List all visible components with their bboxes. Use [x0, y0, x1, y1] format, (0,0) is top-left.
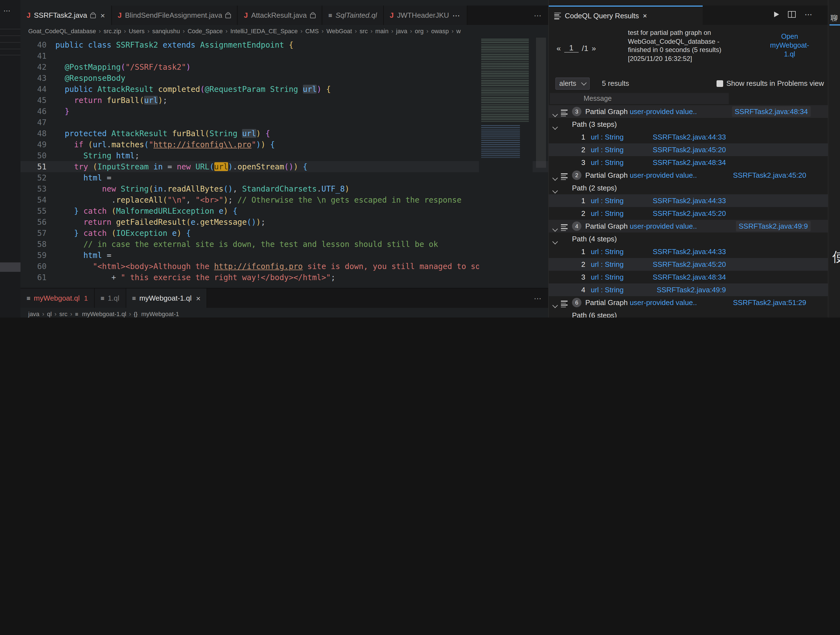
breadcrumb-item-org[interactable]: org — [415, 27, 423, 34]
path-row[interactable]: Path (4 steps) — [549, 232, 828, 245]
next-page-button[interactable]: » — [592, 43, 596, 52]
tab-1-ql[interactable]: ≡1.ql — [95, 288, 126, 308]
java-code-editor[interactable]: 40public class SSRFTask2 extends Assignm… — [21, 36, 548, 291]
chevron-down-icon[interactable] — [552, 226, 558, 232]
tab-codeql-query-results[interactable]: CodeQL Query Results × — [549, 6, 703, 25]
breadcrumb[interactable]: Goat_CodeQL_database›src.zip›Users›sanqi… — [21, 25, 556, 36]
breadcrumb-item-cms[interactable]: CMS — [305, 27, 319, 34]
chat-tab-label[interactable]: 聊 — [831, 13, 838, 23]
chevron-down-icon[interactable] — [552, 124, 558, 130]
breadcrumb-item-mywebgoat-1[interactable]: {} myWebgoat-1 — [134, 310, 179, 317]
step-location-link[interactable]: SSRFTask2.java:44:33 — [653, 196, 726, 205]
path-step-4-1[interactable]: 1url : StringSSRFTask2.java:44:33 — [549, 245, 828, 258]
breadcrumb-item-goat-codeql-database[interactable]: Goat_CodeQL_database — [28, 27, 96, 34]
tab-attackresult-java[interactable]: JAttackResult.java — [238, 6, 322, 25]
alert-location-link[interactable]: SSRFTask2.java:48:34 — [732, 106, 811, 117]
code-line-44[interactable]: 44 public AttackResult completed(@Reques… — [21, 84, 548, 95]
chevron-down-icon[interactable] — [552, 175, 558, 181]
tab-mywebgoat-1-ql[interactable]: ≡myWebgoat-1.ql× — [126, 288, 207, 308]
alert-location-link[interactable]: SSRFTask2.java:49:9 — [736, 221, 811, 231]
code-line-49[interactable]: 49 if (url.matches("http://ifconfig\\.pr… — [21, 139, 548, 150]
code-line-50[interactable]: 50 String html; — [21, 150, 548, 161]
path-row[interactable]: Path (2 steps) — [549, 182, 828, 194]
code-line-54[interactable]: 54 .replaceAll("\n", "<br>"); // Otherwi… — [21, 194, 548, 205]
checkbox[interactable] — [716, 80, 723, 87]
breadcrumb-item-main[interactable]: main — [376, 27, 389, 34]
more-actions-icon[interactable]: ⋯ — [805, 10, 813, 19]
step-node-link[interactable]: url : String — [591, 196, 624, 205]
breadcrumb-item-code-space[interactable]: Code_Space — [188, 27, 223, 34]
alert-location-link[interactable]: SSRFTask2.java:51:29 — [733, 299, 806, 307]
step-node-link[interactable]: url : String — [591, 286, 624, 294]
alert-row-4[interactable]: 4Partial Graph user-provided value..SSRF… — [549, 220, 828, 232]
step-location-link[interactable]: SSRFTask2.java:48:34 — [653, 273, 726, 281]
alert-message-link[interactable]: user-provided value.. — [630, 107, 697, 116]
tab-overflow-icon[interactable]: ⋯ — [527, 294, 548, 303]
run-query-icon[interactable] — [774, 12, 779, 17]
problems-view-toggle[interactable]: Show results in Problems view — [716, 79, 824, 87]
code-line-53[interactable]: 53 new String(in.readAllBytes(), Standar… — [21, 183, 548, 194]
close-icon[interactable]: × — [101, 11, 105, 20]
tab-overflow-icon[interactable]: ⋯ — [527, 11, 548, 20]
path-step-3-1[interactable]: 1url : StringSSRFTask2.java:44:33 — [549, 131, 828, 144]
chevron-down-icon[interactable] — [552, 239, 558, 245]
step-location-link[interactable]: SSRFTask2.java:45:20 — [653, 209, 726, 218]
breadcrumb-item-w[interactable]: w — [456, 27, 461, 34]
code-line-51[interactable]: 51 try (InputStream in = new URL(url).op… — [21, 161, 548, 172]
code-line-46[interactable]: 46 } — [21, 106, 548, 117]
path-step-3-3[interactable]: 3url : StringSSRFTask2.java:48:34 — [549, 156, 828, 169]
step-node-link[interactable]: url : String — [591, 248, 624, 256]
path-step-3-2[interactable]: 2url : StringSSRFTask2.java:45:20 — [549, 144, 828, 156]
breadcrumb-item-src[interactable]: src — [59, 310, 67, 317]
tab-ssrftask2-java[interactable]: JSSRFTask2.java× — [21, 6, 112, 25]
tab-more-icon[interactable]: ⋯ — [452, 11, 461, 20]
code-line-56[interactable]: 56 return getFailedResult(e.getMessage()… — [21, 216, 548, 227]
step-node-link[interactable]: url : String — [591, 158, 624, 167]
alert-message-link[interactable]: user-provided value.. — [630, 171, 697, 179]
scrollbar[interactable] — [536, 38, 546, 168]
alert-message-link[interactable]: user-provided value.. — [630, 222, 697, 230]
code-line-40[interactable]: 40public class SSRFTask2 extends Assignm… — [21, 39, 548, 51]
step-node-link[interactable]: url : String — [591, 209, 624, 218]
breadcrumb-item-mywebgoat-1-ql[interactable]: ≡ myWebgoat-1.ql — [75, 310, 126, 317]
open-query-link[interactable]: Open myWebgoat-1.ql — [767, 32, 812, 59]
path-step-4-4[interactable]: 4url : StringSSRFTask2.java:49:9 — [549, 283, 828, 296]
breadcrumb-item-owasp[interactable]: owasp — [431, 27, 449, 34]
breadcrumb-item-java[interactable]: java — [28, 310, 39, 317]
alert-row-2[interactable]: 2Partial Graph user-provided value..SSRF… — [549, 169, 828, 182]
alert-row-3[interactable]: 3Partial Graph user-provided value..SSRF… — [549, 105, 828, 118]
step-location-link[interactable]: SSRFTask2.java:45:20 — [653, 145, 726, 154]
code-line-57[interactable]: 57 } catch (IOException e) { — [21, 227, 548, 239]
code-line-48[interactable]: 48 protected AttackResult furBall(String… — [21, 128, 548, 139]
chevron-down-icon[interactable] — [552, 315, 558, 318]
breadcrumb-item-sanqiushu[interactable]: sanqiushu — [152, 27, 180, 34]
step-node-link[interactable]: url : String — [591, 260, 624, 269]
tab-mywebgoat-ql[interactable]: ≡myWebgoat.ql1 — [21, 288, 95, 308]
code-line-55[interactable]: 55 } catch (MalformedURLException e) { — [21, 205, 548, 216]
code-line-41[interactable]: 41 — [21, 51, 548, 62]
more-actions-icon[interactable]: ⋯ — [3, 6, 11, 15]
code-line-58[interactable]: 58 // in case the external site is down,… — [21, 239, 548, 250]
breadcrumb-item-java[interactable]: java — [396, 27, 407, 34]
close-icon[interactable]: × — [643, 12, 647, 20]
chevron-down-icon[interactable] — [552, 303, 558, 308]
code-line-43[interactable]: 43 @ResponseBody — [21, 73, 548, 84]
step-location-link[interactable]: SSRFTask2.java:48:34 — [653, 158, 726, 167]
code-line-60[interactable]: 60 "<html><body>Although the http://ifco… — [21, 261, 548, 272]
step-node-link[interactable]: url : String — [591, 145, 624, 154]
code-line-61[interactable]: 61 + " this exercise the right way!</bod… — [21, 272, 548, 283]
breadcrumb[interactable]: java›ql›src›≡ myWebgoat-1.ql›{} myWebgoa… — [21, 308, 556, 318]
breadcrumb-item-users[interactable]: Users — [129, 27, 145, 34]
code-line-52[interactable]: 52 html = — [21, 172, 548, 183]
code-line-45[interactable]: 45 return furBall(url); — [21, 95, 548, 106]
breadcrumb-item-ql[interactable]: ql — [47, 310, 52, 317]
chevron-down-icon[interactable] — [552, 112, 558, 117]
path-row[interactable]: Path (3 steps) — [549, 118, 828, 131]
alert-location-link[interactable]: SSRFTask2.java:45:20 — [733, 171, 806, 179]
tab-jwtheaderjku[interactable]: JJWTHeaderJKU⋯ — [384, 6, 467, 25]
sidebar-selected-row[interactable] — [0, 262, 21, 272]
path-step-4-3[interactable]: 3url : StringSSRFTask2.java:48:34 — [549, 271, 828, 283]
path-step-2-1[interactable]: 1url : StringSSRFTask2.java:44:33 — [549, 194, 828, 207]
tab-blindsendfileassignment-java[interactable]: JBlindSendFileAssignment.java — [112, 6, 238, 25]
step-location-link[interactable]: SSRFTask2.java:44:33 — [653, 133, 726, 141]
